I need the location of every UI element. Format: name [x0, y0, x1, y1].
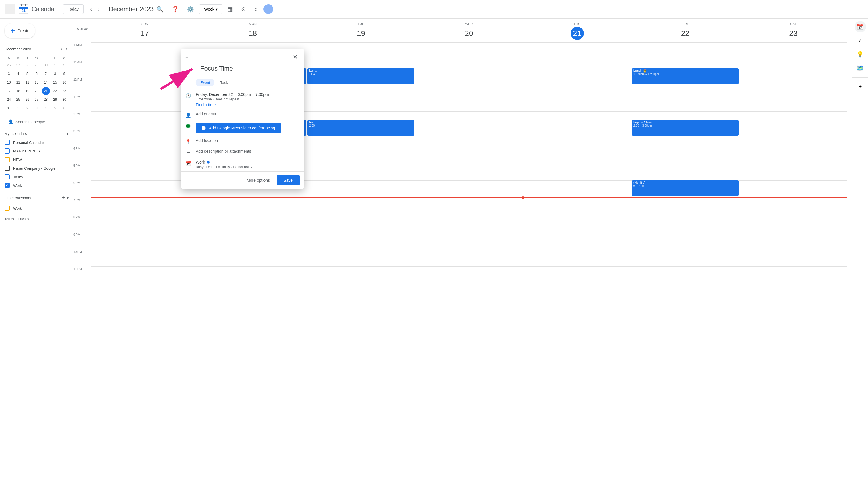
mini-day[interactable]: 4 — [42, 104, 50, 112]
day-header-thu[interactable]: THU 21 — [523, 19, 631, 42]
mini-day[interactable]: 29 — [51, 96, 59, 104]
cell-tue-6[interactable] — [307, 180, 415, 197]
cell-wed-5[interactable] — [415, 163, 523, 180]
calendar-item-other-work[interactable]: Work — [0, 204, 73, 213]
cell-sun-9[interactable] — [91, 232, 199, 249]
cell-sat-1[interactable] — [739, 94, 847, 112]
cell-sun-7[interactable] — [91, 197, 199, 215]
mini-day[interactable]: 9 — [60, 70, 68, 78]
right-maps-icon[interactable]: 🗺️ — [854, 62, 866, 74]
right-keep-icon[interactable]: 💡 — [854, 49, 866, 60]
mini-day[interactable]: 11 — [14, 78, 22, 87]
cell-sat-8[interactable] — [739, 215, 847, 232]
mini-day[interactable]: 4 — [14, 70, 22, 78]
mini-day[interactable]: 13 — [32, 78, 41, 87]
cell-tue-10pm[interactable] — [307, 249, 415, 266]
mini-day[interactable]: 18 — [14, 87, 22, 95]
mini-day[interactable]: 5 — [23, 70, 31, 78]
add-location-button[interactable]: Add location — [196, 138, 218, 143]
cell-wed-10[interactable] — [415, 43, 523, 60]
cell-wed-1[interactable] — [415, 94, 523, 112]
day-header-sun[interactable]: SUN 17 — [91, 19, 199, 42]
hamburger-menu[interactable] — [5, 4, 16, 14]
cell-thu-6[interactable] — [523, 180, 631, 197]
cell-tue-10[interactable] — [307, 43, 415, 60]
calendar-item-tasks[interactable]: Tasks — [0, 173, 73, 181]
cell-fri-7[interactable] — [631, 197, 739, 215]
cell-fri-11pm[interactable] — [631, 266, 739, 284]
cell-thu-12[interactable] — [523, 77, 631, 94]
cell-mon-9[interactable] — [199, 232, 307, 249]
improv-event-fri[interactable]: Improv Class 2:30 – 3:30pm — [632, 120, 739, 136]
grid-view-button[interactable]: ▦ — [225, 3, 236, 16]
calendar-item-many-events[interactable]: MANY EVENTS — [0, 147, 73, 155]
drag-handle[interactable]: ≡ — [185, 54, 189, 60]
terms-link[interactable]: Terms — [5, 217, 14, 221]
mini-day[interactable]: 3 — [32, 104, 41, 112]
cell-wed-3[interactable] — [415, 129, 523, 146]
personal-calendar-checkbox[interactable] — [5, 140, 10, 145]
mini-day[interactable]: 2 — [23, 104, 31, 112]
cell-fri-4[interactable] — [631, 146, 739, 163]
settings-button[interactable]: ⚙️ — [184, 3, 197, 16]
view-selector[interactable]: Week ▾ — [199, 4, 222, 14]
mini-day-today[interactable]: 21 — [42, 87, 50, 95]
mini-day[interactable]: 12 — [23, 78, 31, 87]
right-tasks-icon[interactable]: ✓ — [854, 35, 866, 46]
cell-tue-9[interactable] — [307, 232, 415, 249]
improv-event-tue[interactable]: Imp... 2:30 — [307, 120, 415, 136]
mini-day[interactable]: 1 — [14, 104, 22, 112]
mini-day[interactable]: 30 — [42, 61, 50, 69]
mini-day[interactable]: 31 — [5, 104, 13, 112]
cell-sun-10pm[interactable] — [91, 249, 199, 266]
mini-day[interactable]: 16 — [60, 78, 68, 87]
cell-sat-10pm[interactable] — [739, 249, 847, 266]
tasks-view-button[interactable]: ⊙ — [238, 3, 249, 16]
calendar-item-paper-company[interactable]: Paper Company - Google — [0, 164, 73, 173]
cell-sat-11[interactable] — [739, 60, 847, 77]
tasks-checkbox[interactable] — [5, 174, 10, 179]
right-add-icon[interactable]: + — [854, 81, 866, 93]
other-work-checkbox[interactable] — [5, 205, 10, 211]
mini-day[interactable]: 19 — [23, 87, 31, 95]
cell-sat-5[interactable] — [739, 163, 847, 180]
cell-wed-2[interactable] — [415, 112, 523, 129]
cell-wed-10pm[interactable] — [415, 249, 523, 266]
mini-day[interactable]: 22 — [51, 87, 59, 95]
mini-day[interactable]: 27 — [32, 96, 41, 104]
search-people[interactable]: 👤 Search for people — [5, 117, 69, 127]
cell-mon-11pm[interactable] — [199, 266, 307, 284]
cell-mon-7[interactable] — [199, 197, 307, 215]
day-header-fri[interactable]: FRI 22 — [631, 19, 739, 42]
cell-wed-9[interactable] — [415, 232, 523, 249]
add-guests-button[interactable]: Add guests — [196, 112, 216, 116]
cell-thu-8[interactable] — [523, 215, 631, 232]
privacy-link[interactable]: Privacy — [18, 217, 29, 221]
mini-day[interactable]: 14 — [42, 78, 50, 87]
cell-sun-8[interactable] — [91, 215, 199, 232]
mini-day[interactable]: 17 — [5, 87, 13, 95]
mini-day[interactable]: 7 — [42, 70, 50, 78]
cell-wed-7[interactable] — [415, 197, 523, 215]
cell-wed-12[interactable] — [415, 77, 523, 94]
user-avatar[interactable] — [264, 4, 273, 14]
cell-thu-9[interactable] — [523, 232, 631, 249]
mini-day[interactable]: 27 — [14, 61, 22, 69]
right-calendar-icon[interactable]: 📅 — [854, 21, 866, 32]
cell-fri-9[interactable] — [631, 232, 739, 249]
search-button[interactable]: 🔍 — [154, 3, 167, 16]
cell-sat-4[interactable] — [739, 146, 847, 163]
cell-thu-11pm[interactable] — [523, 266, 631, 284]
today-button[interactable]: Today — [63, 4, 83, 14]
mini-day[interactable]: 8 — [51, 70, 59, 78]
mini-day[interactable]: 20 — [32, 87, 41, 95]
cell-tue-7[interactable] — [307, 197, 415, 215]
find-time-link[interactable]: Find a time — [196, 102, 216, 107]
create-button[interactable]: + Create — [5, 23, 35, 38]
mini-day[interactable]: 6 — [60, 104, 68, 112]
event-title-input[interactable] — [200, 64, 315, 75]
cell-sat-12[interactable] — [739, 77, 847, 94]
cell-sat-2[interactable] — [739, 112, 847, 129]
calendar-item-new[interactable]: NEW — [0, 155, 73, 164]
cell-thu-2[interactable] — [523, 112, 631, 129]
